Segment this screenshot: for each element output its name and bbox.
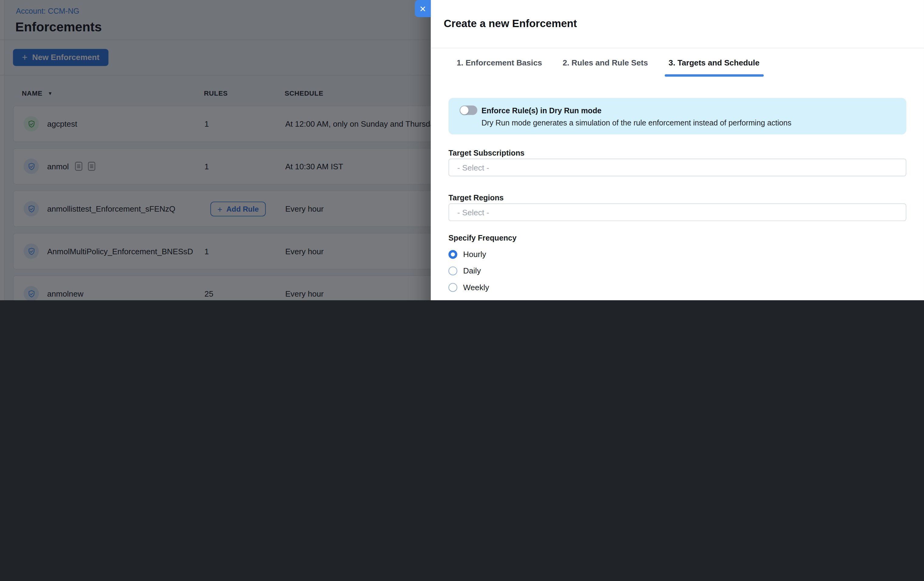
tab-targets-and-schedule[interactable]: 3. Targets and Schedule (664, 55, 764, 77)
frequency-option-daily[interactable]: Daily (448, 263, 481, 279)
create-enforcement-drawer: Create a new Enforcement 1. Enforcement … (431, 0, 924, 300)
frequency-option-weekly[interactable]: Weekly (448, 279, 489, 295)
frequency-option-hourly[interactable]: Hourly (448, 246, 486, 262)
dry-run-title: Enforce Rule(s) in Dry Run mode (482, 106, 601, 115)
close-button[interactable]: ✕ (415, 0, 431, 17)
drawer-title-divider (431, 48, 924, 48)
radio-unselected-icon (448, 266, 457, 275)
radio-selected-icon (448, 250, 457, 258)
target-subscriptions-select[interactable]: - Select - (448, 159, 906, 176)
select-placeholder: - Select - (457, 208, 489, 217)
target-subscriptions-label: Target Subscriptions (448, 149, 525, 157)
wizard-tabs: 1. Enforcement Basics 2. Rules and Rule … (452, 55, 764, 77)
dry-run-banner: Enforce Rule(s) in Dry Run mode Dry Run … (448, 98, 906, 134)
target-regions-select[interactable]: - Select - (448, 204, 906, 221)
close-icon: ✕ (419, 4, 426, 13)
dry-run-description: Dry Run mode generates a simulation of t… (482, 118, 792, 127)
drawer-title: Create a new Enforcement (444, 18, 577, 30)
select-placeholder: - Select - (457, 163, 489, 172)
target-regions-label: Target Regions (448, 194, 503, 202)
radio-unselected-icon (448, 283, 457, 291)
tab-enforcement-basics[interactable]: 1. Enforcement Basics (452, 55, 546, 77)
toggle-knob (460, 106, 469, 114)
app-window: Account: CCM-NG Enforcements + New Enfor… (0, 0, 924, 300)
dry-run-toggle[interactable] (460, 106, 477, 115)
tab-rules-and-rule-sets[interactable]: 2. Rules and Rule Sets (558, 55, 652, 77)
specify-frequency-label: Specify Frequency (448, 233, 516, 242)
